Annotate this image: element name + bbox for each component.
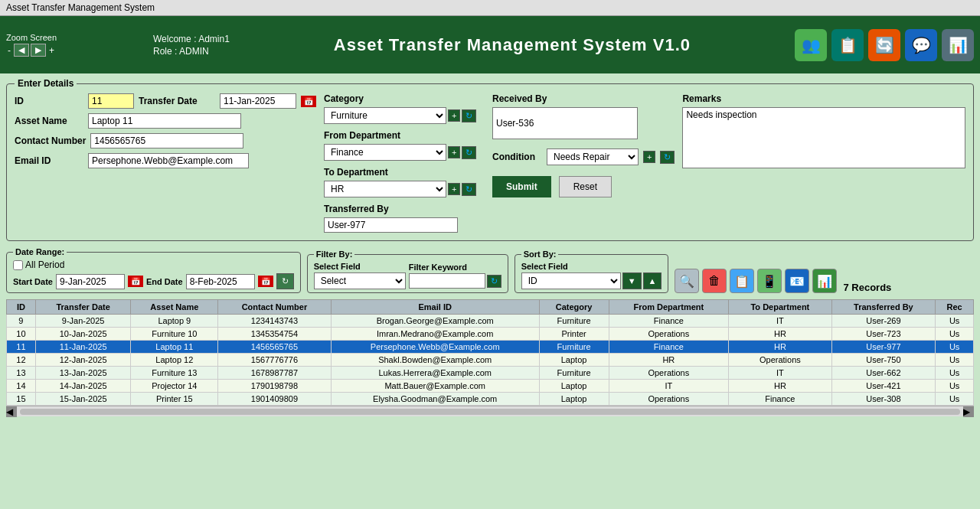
scroll-left-btn[interactable]: ◀ [6,406,17,417]
header-bar: Zoom Screen - ◀ ▶ + Welcome : Admin1 Rol… [0,16,980,73]
header-icons: 👥 📋 🔄 💬 📊 [795,29,974,61]
end-date-calendar-btn[interactable]: 📅 [258,276,273,287]
transferred-by-label: Transferred By [324,204,485,214]
enter-details-fieldset: Enter Details ID Transfer Date 📅 Asset N… [6,78,974,241]
zoom-plus: + [49,45,54,56]
table-row[interactable]: 99-Jan-2025Laptop 91234143743Brogan.Geor… [7,315,974,328]
sort-asc-btn[interactable]: ▲ [643,272,662,289]
from-dept-add-btn[interactable]: + [448,146,460,158]
col-transfer-date: Transfer Date [35,300,131,315]
to-dept-select[interactable]: HR Finance IT Operations [324,181,446,197]
outlook-btn[interactable]: 📧 [785,269,809,293]
email-label: Email ID [15,155,83,166]
sort-desc-btn[interactable]: ▼ [622,272,642,289]
all-period-label[interactable]: All Period [13,259,64,270]
submit-button[interactable]: Submit [492,176,551,197]
filter-keyword-input[interactable] [409,273,485,289]
app-title: Asset Transfer Management System V1.0 [230,35,795,55]
condition-refresh-btn[interactable]: ↻ [660,151,675,164]
category-add-btn[interactable]: + [448,109,460,122]
transfer-date-calendar-btn[interactable]: 📅 [301,96,316,107]
id-label: ID [15,96,83,106]
category-refresh-btn[interactable]: ↻ [462,109,476,122]
sort-fieldset: Sort By: Select Field ID Asset Name Tran… [514,250,669,293]
transferred-by-input[interactable] [324,217,458,233]
from-dept-select[interactable]: Finance HR IT Operations [324,144,446,161]
contact-input[interactable] [90,133,243,148]
table-row[interactable]: 1515-Jan-2025Printer 151901409809Elysha.… [7,393,974,406]
search-btn[interactable]: 🔍 [675,269,699,293]
select-field-label: Select Field [314,262,406,271]
reset-button[interactable]: Reset [559,176,612,197]
filter-field-select[interactable]: Select ID Asset Name Category [314,272,406,289]
from-dept-refresh-btn[interactable]: ↻ [462,146,476,159]
category-row: Furniture Laptop Printer Projector + ↻ [324,107,485,124]
horizontal-scrollbar[interactable]: ◀ ▶ [6,406,974,416]
table-row[interactable]: 1313-Jan-2025Furniture 131678987787Lukas… [7,367,974,380]
condition-add-btn[interactable]: + [643,151,655,163]
stats-button[interactable]: 📊 [942,29,974,61]
excel-btn[interactable]: 📊 [812,269,837,293]
asset-name-input[interactable] [88,113,241,129]
filter-keyword-label: Filter Keyword [409,263,501,272]
sort-field-label: Select Field [521,262,662,271]
asset-name-row: Asset Name [15,113,316,129]
delete-btn[interactable]: 🗑 [702,269,727,293]
condition-label: Condition [492,152,542,162]
header-left: Zoom Screen - ◀ ▶ + [6,33,144,57]
to-dept-add-btn[interactable]: + [448,183,460,195]
list-button[interactable]: 📋 [831,29,864,61]
welcome-info: Welcome : Admin1 Role : ADMIN [153,34,230,57]
col-from-dept: From Department [609,300,729,315]
from-dept-row: Finance HR IT Operations + ↻ [324,144,485,161]
remarks-textarea[interactable]: Needs inspection [682,107,965,168]
to-dept-row: HR Finance IT Operations + ↻ [324,181,485,197]
end-date-input[interactable] [186,274,255,289]
scroll-right-btn[interactable]: ▶ [963,406,974,417]
start-date-input[interactable] [56,274,125,289]
refresh-button[interactable]: 🔄 [868,29,900,61]
table-row[interactable]: 1111-Jan-2025Laptop 111456565765Persepho… [7,341,974,354]
date-refresh-btn[interactable]: ↻ [276,273,294,289]
remarks-label: Remarks [682,93,965,104]
all-period-checkbox[interactable] [13,260,23,270]
from-dept-label: From Department [324,130,485,141]
filter-refresh-btn[interactable]: ↻ [487,275,501,288]
main-content: Enter Details ID Transfer Date 📅 Asset N… [0,73,980,421]
zoom-label: Zoom Screen [6,33,144,42]
col-transferred-by: Transferred By [831,300,936,315]
sort-legend: Sort By: [521,250,559,259]
data-table-container: ID Transfer Date Asset Name Contact Numb… [6,299,974,406]
received-by-input[interactable] [492,107,638,139]
chat-button[interactable]: 💬 [905,29,937,61]
received-by-label: Received By [492,93,675,104]
col-asset-name: Asset Name [131,300,218,315]
table-header-row: ID Transfer Date Asset Name Contact Numb… [7,300,974,315]
zoom-left-btn[interactable]: ◀ [14,44,29,57]
title-bar: Asset Transfer Management System [0,0,980,16]
start-date-calendar-btn[interactable]: 📅 [128,276,143,287]
scrollbar-track[interactable] [20,409,960,415]
zoom-right-btn[interactable]: ▶ [31,44,46,57]
email-input[interactable] [88,153,249,168]
condition-select[interactable]: Needs Repair Good Excellent Damaged [547,148,639,165]
whatsapp-btn[interactable]: 📱 [757,269,782,293]
table-row[interactable]: 1414-Jan-2025Projector 141790198798Matt.… [7,380,974,393]
transfer-date-input[interactable] [220,93,296,109]
role-text: Role : ADMIN [153,46,230,57]
to-dept-refresh-btn[interactable]: ↻ [462,183,476,196]
date-range-legend: Date Range: [13,247,67,256]
sort-field-select[interactable]: ID Asset Name Transfer Date [521,272,621,289]
to-dept-label: To Department [324,167,485,178]
table-body: 99-Jan-2025Laptop 91234143743Brogan.Geor… [7,315,974,406]
category-select[interactable]: Furniture Laptop Printer Projector [324,107,446,124]
copy-btn[interactable]: 📋 [730,269,754,293]
email-row: Email ID [15,153,316,168]
col-rec: Rec [936,300,974,315]
table-row[interactable]: 1010-Jan-2025Furniture 101345354754Imran… [7,328,974,341]
users-button[interactable]: 👥 [795,29,827,61]
id-input[interactable] [88,93,134,109]
table-row[interactable]: 1212-Jan-2025Laptop 121567776776Shakl.Bo… [7,354,974,367]
filter-bar: Date Range: All Period Start Date 📅 End … [6,247,974,293]
condition-row: Condition Needs Repair Good Excellent Da… [492,148,675,165]
